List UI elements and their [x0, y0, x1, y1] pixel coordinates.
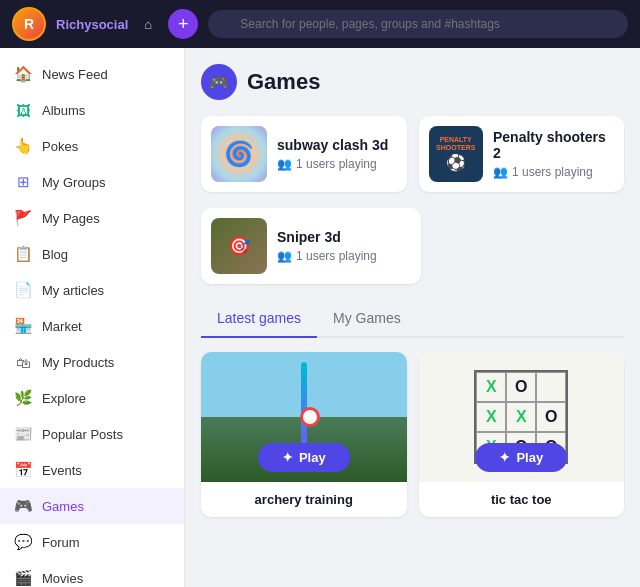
game-thumb-subway: 🌀: [211, 126, 267, 182]
players-icon-sniper: 👥: [277, 249, 292, 263]
albums-icon: 🖼: [14, 101, 32, 119]
play-button-archery[interactable]: ✦ Play: [258, 443, 350, 472]
sidebar-item-forum[interactable]: 💬 Forum: [0, 524, 184, 560]
game-name-subway: subway clash 3d: [277, 137, 388, 153]
page-title: Games: [247, 69, 320, 95]
sidebar-item-news-feed[interactable]: 🏠 News Feed: [0, 56, 184, 92]
home-button[interactable]: ⌂: [138, 11, 158, 38]
ttt-cell-5: O: [536, 402, 566, 432]
sidebar-item-explore[interactable]: 🌿 Explore: [0, 380, 184, 416]
sidebar-label-my-pages: My Pages: [42, 211, 100, 226]
penalty-thumb-text: PENALTYSHOOTERS: [436, 136, 475, 151]
forum-icon: 💬: [14, 533, 32, 551]
popular-posts-icon: 📰: [14, 425, 32, 443]
sidebar: 🏠 News Feed 🖼 Albums 👆 Pokes ⊞ My Groups…: [0, 48, 185, 587]
game-name-penalty: Penalty shooters 2: [493, 129, 614, 161]
latest-card-archery[interactable]: ✦ Play archery training: [201, 352, 407, 517]
sidebar-label-market: Market: [42, 319, 82, 334]
sidebar-item-albums[interactable]: 🖼 Albums: [0, 92, 184, 128]
sidebar-label-explore: Explore: [42, 391, 86, 406]
game-thumb-sniper: 🎯: [211, 218, 267, 274]
game-card-penalty[interactable]: PENALTYSHOOTERS ⚽ Penalty shooters 2 👥 1…: [419, 116, 625, 192]
pokes-icon: 👆: [14, 137, 32, 155]
sidebar-item-popular-posts[interactable]: 📰 Popular Posts: [0, 416, 184, 452]
game-info-subway: subway clash 3d 👥 1 users playing: [277, 137, 388, 171]
sidebar-label-blog: Blog: [42, 247, 68, 262]
sidebar-label-my-groups: My Groups: [42, 175, 106, 190]
main-layout: 🏠 News Feed 🖼 Albums 👆 Pokes ⊞ My Groups…: [0, 48, 640, 587]
game-thumb-penalty: PENALTYSHOOTERS ⚽: [429, 126, 483, 182]
sidebar-item-my-groups[interactable]: ⊞ My Groups: [0, 164, 184, 200]
sidebar-item-games[interactable]: 🎮 Games: [0, 488, 184, 524]
sidebar-label-movies: Movies: [42, 571, 83, 586]
tictactoe-card-img: X O X X O X O O ✦ Play: [419, 352, 625, 482]
events-icon: 📅: [14, 461, 32, 479]
sidebar-item-my-articles[interactable]: 📄 My articles: [0, 272, 184, 308]
news-feed-icon: 🏠: [14, 65, 32, 83]
add-icon: +: [178, 14, 189, 35]
sidebar-label-games: Games: [42, 499, 84, 514]
game-info-sniper: Sniper 3d 👥 1 users playing: [277, 229, 377, 263]
archery-target: [300, 407, 320, 427]
avatar[interactable]: R: [12, 7, 46, 41]
sidebar-label-events: Events: [42, 463, 82, 478]
my-pages-icon: 🚩: [14, 209, 32, 227]
play-icon-archery: ✦: [282, 450, 293, 465]
sidebar-item-movies[interactable]: 🎬 Movies: [0, 560, 184, 587]
sidebar-item-my-products[interactable]: 🛍 My Products: [0, 344, 184, 380]
my-products-icon: 🛍: [14, 353, 32, 371]
game-card-subway[interactable]: 🌀 subway clash 3d 👥 1 users playing: [201, 116, 407, 192]
market-icon: 🏪: [14, 317, 32, 335]
tab-latest-games[interactable]: Latest games: [201, 300, 317, 338]
game-info-penalty: Penalty shooters 2 👥 1 users playing: [493, 129, 614, 179]
sidebar-item-pokes[interactable]: 👆 Pokes: [0, 128, 184, 164]
my-groups-icon: ⊞: [14, 173, 32, 191]
sidebar-label-my-products: My Products: [42, 355, 114, 370]
game-players-penalty: 👥 1 users playing: [493, 165, 614, 179]
games-icon: 🎮: [209, 73, 229, 92]
my-articles-icon: 📄: [14, 281, 32, 299]
game-name-sniper: Sniper 3d: [277, 229, 377, 245]
latest-card-tictactoe[interactable]: X O X X O X O O ✦ Play: [419, 352, 625, 517]
games-page-icon: 🎮: [201, 64, 237, 100]
games-header: 🎮 Games: [201, 64, 624, 100]
game-card-sniper[interactable]: 🎯 Sniper 3d 👥 1 users playing: [201, 208, 421, 284]
games-tabs: Latest games My Games: [201, 300, 624, 338]
play-icon-tictactoe: ✦: [499, 450, 510, 465]
content-area: 🎮 Games 🌀 subway clash 3d 👥 1 users play…: [185, 48, 640, 587]
featured-games-row: 🌀 subway clash 3d 👥 1 users playing PENA…: [201, 116, 624, 192]
sidebar-item-blog[interactable]: 📋 Blog: [0, 236, 184, 272]
sidebar-label-news-feed: News Feed: [42, 67, 108, 82]
sidebar-label-forum: Forum: [42, 535, 80, 550]
search-bar: [208, 10, 628, 38]
games-icon: 🎮: [14, 497, 32, 515]
sidebar-item-my-pages[interactable]: 🚩 My Pages: [0, 200, 184, 236]
home-icon: ⌂: [144, 17, 152, 32]
brand-name: Richysocial: [56, 17, 128, 32]
tictactoe-label: tic tac toe: [419, 482, 625, 517]
latest-games-grid: ✦ Play archery training X O X X: [201, 352, 624, 517]
players-icon-penalty: 👥: [493, 165, 508, 179]
play-button-tictactoe[interactable]: ✦ Play: [475, 443, 567, 472]
ttt-cell-0: X: [476, 372, 506, 402]
navbar: R Richysocial ⌂ + 🔍: [0, 0, 640, 48]
sidebar-label-popular-posts: Popular Posts: [42, 427, 123, 442]
game-players-subway: 👥 1 users playing: [277, 157, 388, 171]
ttt-cell-2: [536, 372, 566, 402]
sniper-row: 🎯 Sniper 3d 👥 1 users playing: [201, 208, 421, 284]
archery-label: archery training: [201, 482, 407, 517]
ttt-cell-1: O: [506, 372, 536, 402]
tab-my-games[interactable]: My Games: [317, 300, 417, 338]
add-button[interactable]: +: [168, 9, 198, 39]
ttt-cell-3: X: [476, 402, 506, 432]
search-input[interactable]: [240, 17, 614, 31]
movies-icon: 🎬: [14, 569, 32, 587]
sidebar-label-pokes: Pokes: [42, 139, 78, 154]
game-players-sniper: 👥 1 users playing: [277, 249, 377, 263]
explore-icon: 🌿: [14, 389, 32, 407]
penalty-player-icon: ⚽: [446, 153, 466, 172]
sidebar-item-market[interactable]: 🏪 Market: [0, 308, 184, 344]
sidebar-item-events[interactable]: 📅 Events: [0, 452, 184, 488]
archery-card-img: ✦ Play: [201, 352, 407, 482]
blog-icon: 📋: [14, 245, 32, 263]
